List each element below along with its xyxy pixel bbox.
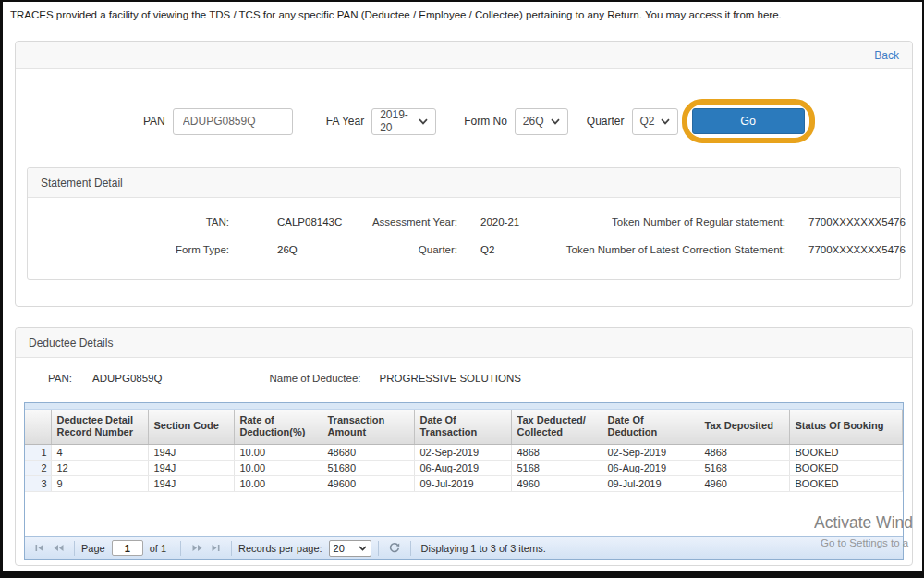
form-no-value: 26Q — [523, 115, 544, 128]
pager-divider — [378, 541, 379, 556]
row-number: 2 — [25, 460, 51, 475]
deductee-name-value: PROGRESSIVE SOLUTIONS — [380, 373, 521, 384]
back-link[interactable]: Back — [874, 49, 899, 62]
cell-status: BOOKED — [789, 475, 903, 491]
col-record-number[interactable]: Deductee Detail Record Number — [51, 410, 148, 444]
cell-tax-deposited: 4960 — [699, 475, 789, 491]
table-row[interactable]: 2 12 194J 10.00 51680 06-Aug-2019 5168 0… — [25, 460, 903, 475]
cell-section-code: 194J — [148, 475, 234, 491]
assessment-year-value: 2020-21 — [457, 213, 545, 231]
cell-status: BOOKED — [789, 460, 903, 475]
token-correction-value: 7700XXXXXXX5476 — [785, 240, 906, 259]
cell-section-code: 194J — [148, 460, 234, 475]
cell-date-deduction: 02-Sep-2019 — [602, 444, 699, 460]
row-number-header — [25, 410, 51, 444]
cell-rate: 10.00 — [234, 475, 322, 491]
cell-section-code: 194J — [148, 444, 234, 460]
cell-rate: 10.00 — [234, 460, 322, 475]
form-type-label: Form Type: — [48, 240, 229, 259]
fa-year-label: FA Year — [326, 115, 364, 128]
deductee-name-label: Name of Deductee: — [269, 373, 360, 384]
pan-input[interactable] — [173, 108, 293, 135]
pager-divider — [231, 541, 232, 556]
deductee-pan-label: PAN: — [48, 373, 72, 384]
token-regular-label: Token Number of Regular statement: — [545, 213, 785, 231]
cell-record-number: 9 — [51, 475, 148, 491]
go-button[interactable]: Go — [692, 108, 805, 134]
col-date-deduction[interactable]: Date Of Deduction — [602, 410, 699, 444]
col-tax-deducted[interactable]: Tax Deducted/ Collected — [511, 410, 602, 444]
cell-tax-deposited: 4868 — [699, 444, 789, 460]
row-number: 1 — [25, 444, 51, 460]
table-row[interactable]: 3 9 194J 10.00 49600 09-Jul-2019 4960 09… — [25, 475, 903, 491]
row-number: 3 — [25, 475, 51, 491]
cell-date-transaction: 06-Aug-2019 — [414, 460, 511, 475]
pager-status-text: Displaying 1 to 3 of 3 items. — [421, 543, 546, 554]
quarter-label: Quarter — [587, 115, 625, 128]
col-transaction-amount[interactable]: Transaction Amount — [322, 410, 414, 444]
page-number-input[interactable] — [112, 540, 143, 556]
deductee-details-title: Deductee Details — [29, 337, 113, 350]
statement-detail-fields: TAN: CALP08143C Assessment Year: 2020-21… — [28, 198, 900, 259]
cell-record-number: 12 — [51, 460, 148, 475]
cell-tax-deducted: 5168 — [511, 460, 602, 475]
cell-tax-deducted: 4868 — [511, 444, 602, 460]
refresh-icon[interactable] — [385, 540, 404, 557]
tan-value: CALP08143C — [229, 213, 368, 231]
last-page-icon[interactable] — [206, 540, 225, 557]
token-regular-value: 7700XXXXXXX5476 — [785, 213, 906, 231]
grid-empty-space — [25, 492, 903, 537]
fa-year-select[interactable]: 2019-20 — [371, 108, 436, 135]
assessment-year-label: Assessment Year: — [368, 213, 457, 231]
prev-page-icon[interactable] — [49, 540, 67, 557]
query-panel-header: Back — [16, 42, 912, 69]
records-per-page-select[interactable]: 20 — [329, 540, 371, 557]
cell-date-transaction: 09-Jul-2019 — [414, 475, 511, 491]
intro-text: TRACES provided a facility of viewing th… — [10, 9, 782, 20]
statement-detail-header: Statement Detail — [28, 168, 900, 198]
statement-detail-panel: Statement Detail TAN: CALP08143C Assessm… — [27, 167, 901, 280]
form-no-select[interactable]: 26Q — [515, 108, 568, 135]
deductee-details-header: Deductee Details — [16, 328, 912, 358]
page-of-label: of 1 — [150, 543, 166, 554]
quarter-value: Q2 — [640, 115, 655, 128]
cell-tax-deducted: 4960 — [511, 475, 602, 491]
fa-year-value: 2019-20 — [380, 108, 414, 134]
first-page-icon[interactable] — [30, 540, 49, 557]
tan-label: TAN: — [48, 213, 229, 231]
statement-detail-title: Statement Detail — [41, 177, 123, 190]
page-label: Page — [81, 543, 105, 554]
go-highlight-ring: Go — [682, 99, 815, 143]
records-per-page-value: 20 — [334, 543, 345, 554]
quarter-detail-label: Quarter: — [368, 240, 457, 259]
table-header-row: Deductee Detail Record Number Section Co… — [25, 410, 903, 444]
col-date-transaction[interactable]: Date Of Transaction — [414, 410, 511, 444]
col-tax-deposited[interactable]: Tax Deposited — [699, 410, 789, 444]
col-status-booking[interactable]: Status Of Booking — [789, 410, 903, 444]
deductee-table: Deductee Detail Record Number Section Co… — [24, 402, 904, 560]
quarter-select[interactable]: Q2 — [632, 108, 678, 135]
col-section-code[interactable]: Section Code — [148, 410, 234, 444]
cell-transaction-amount: 49600 — [322, 475, 414, 491]
pager-divider — [74, 541, 75, 556]
table-row[interactable]: 1 4 194J 10.00 48680 02-Sep-2019 4868 02… — [25, 444, 903, 460]
tds-view-screen: TRACES provided a facility of viewing th… — [0, 0, 924, 578]
query-form: PAN FA Year 2019-20 Form No 26Q Quarter … — [143, 95, 815, 147]
cell-rate: 10.00 — [234, 444, 322, 460]
pager-divider — [410, 541, 411, 556]
col-rate[interactable]: Rate of Deduction(%) — [234, 410, 322, 444]
cell-transaction-amount: 51680 — [322, 460, 414, 475]
chevron-down-icon — [551, 118, 560, 125]
next-page-icon[interactable] — [188, 540, 206, 557]
cell-transaction-amount: 48680 — [322, 444, 414, 460]
cell-date-deduction: 09-Jul-2019 — [602, 475, 699, 491]
pan-label: PAN — [143, 115, 165, 128]
form-type-value: 26Q — [229, 240, 368, 259]
deductee-details-panel: Deductee Details PAN: ADUPG0859Q Name of… — [15, 327, 913, 566]
cell-record-number: 4 — [51, 444, 148, 460]
pager-bar: Page of 1 Records per page: 20 — [25, 536, 903, 559]
deductee-pan-value: ADUPG0859Q — [92, 373, 162, 384]
cell-date-deduction: 06-Aug-2019 — [602, 460, 699, 475]
grid-top-strip — [25, 403, 903, 410]
chevron-down-icon — [661, 118, 670, 125]
